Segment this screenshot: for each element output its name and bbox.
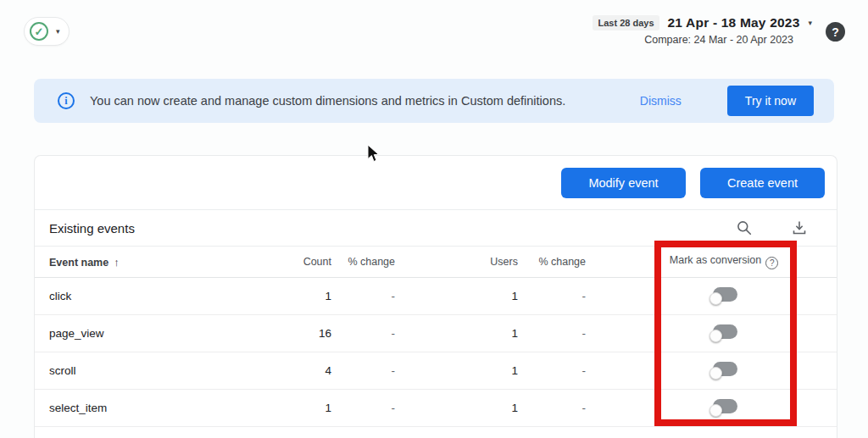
mark-as-conversion-toggle[interactable] (710, 399, 737, 415)
count-cell: 4 (272, 364, 331, 377)
users-cell: 1 (395, 327, 518, 340)
mark-as-conversion-toggle[interactable] (710, 287, 737, 303)
count-change-cell: - (331, 402, 395, 414)
count-change-cell: - (331, 290, 395, 302)
create-event-button[interactable]: Create event (700, 168, 825, 198)
table-row: click 1 - 1 - (35, 278, 837, 315)
table-header-row: Event name↑ Count % change Users % chang… (35, 247, 837, 278)
header-event-name[interactable]: Event name↑ (35, 256, 272, 269)
modify-event-button[interactable]: Modify event (561, 168, 686, 198)
card-title: Existing events (35, 221, 135, 236)
count-change-cell: - (331, 327, 395, 340)
table-tools (736, 219, 837, 236)
header-conversion-label: Mark as conversion (670, 254, 761, 266)
toggle-thumb (709, 367, 722, 380)
users-cell: 1 (395, 402, 518, 414)
download-icon[interactable] (791, 219, 808, 236)
date-range-block: Last 28 days 21 Apr - 18 May 2023 ▾ Comp… (593, 15, 812, 46)
conversion-cell (586, 324, 837, 343)
users-change-cell: - (518, 290, 586, 302)
property-status-dropdown[interactable]: ✓ ▾ (24, 17, 70, 46)
custom-definitions-banner: i You can now create and manage custom d… (34, 79, 834, 123)
users-cell: 1 (395, 290, 518, 302)
event-name-cell: scroll (35, 364, 272, 377)
toggle-thumb (709, 330, 722, 342)
info-icon: i (58, 92, 75, 109)
status-check-icon: ✓ (30, 22, 48, 41)
count-cell: 16 (272, 327, 331, 340)
help-icon[interactable]: ? (826, 22, 845, 42)
date-preset-badge: Last 28 days (593, 15, 659, 30)
header-count-change[interactable]: % change (331, 256, 395, 268)
conversion-help-icon[interactable]: ? (765, 257, 778, 269)
card-actions-row: Modify event Create event (35, 156, 837, 210)
table-row: scroll 4 - 1 - (35, 352, 837, 390)
conversion-cell (586, 399, 837, 418)
card-title-row: Existing events (35, 210, 837, 247)
table-row: select_item 1 - 1 - (35, 390, 837, 427)
count-cell: 1 (272, 402, 331, 414)
table-row: page_view 16 - 1 - (35, 315, 837, 352)
header-users[interactable]: Users (395, 256, 518, 268)
count-cell: 1 (272, 290, 331, 302)
event-name-cell: click (35, 290, 272, 302)
header-mark-as-conversion: Mark as conversion? (586, 254, 837, 269)
header-event-name-label: Event name (49, 257, 108, 269)
count-change-cell: - (331, 364, 395, 377)
sort-ascending-icon: ↑ (114, 256, 120, 269)
conversion-cell (586, 287, 837, 306)
conversion-cell (586, 362, 837, 380)
event-name-cell: select_item (35, 402, 272, 414)
users-change-cell: - (518, 402, 586, 414)
mark-as-conversion-toggle[interactable] (710, 362, 737, 378)
chevron-down-icon: ▾ (808, 19, 812, 27)
header-users-change[interactable]: % change (518, 256, 586, 268)
toggle-thumb (709, 404, 722, 417)
mark-as-conversion-toggle[interactable] (710, 324, 737, 341)
header-count[interactable]: Count (272, 256, 331, 268)
users-change-cell: - (518, 327, 586, 340)
toggle-thumb (709, 292, 722, 305)
compare-range-text: Compare: 24 Mar - 20 Apr 2023 (593, 34, 793, 46)
dismiss-button[interactable]: Dismiss (640, 94, 682, 108)
events-card: Modify event Create event Existing event… (34, 155, 837, 438)
date-range-text: 21 Apr - 18 May 2023 (668, 15, 800, 30)
users-cell: 1 (395, 364, 518, 377)
try-it-now-button[interactable]: Try it now (727, 86, 814, 116)
date-range-picker[interactable]: Last 28 days 21 Apr - 18 May 2023 ▾ (593, 15, 812, 30)
event-name-cell: page_view (35, 327, 272, 340)
users-change-cell: - (518, 364, 586, 377)
chevron-down-icon: ▾ (56, 28, 60, 36)
search-icon[interactable] (736, 219, 753, 236)
banner-message: You can now create and manage custom dim… (90, 94, 565, 108)
